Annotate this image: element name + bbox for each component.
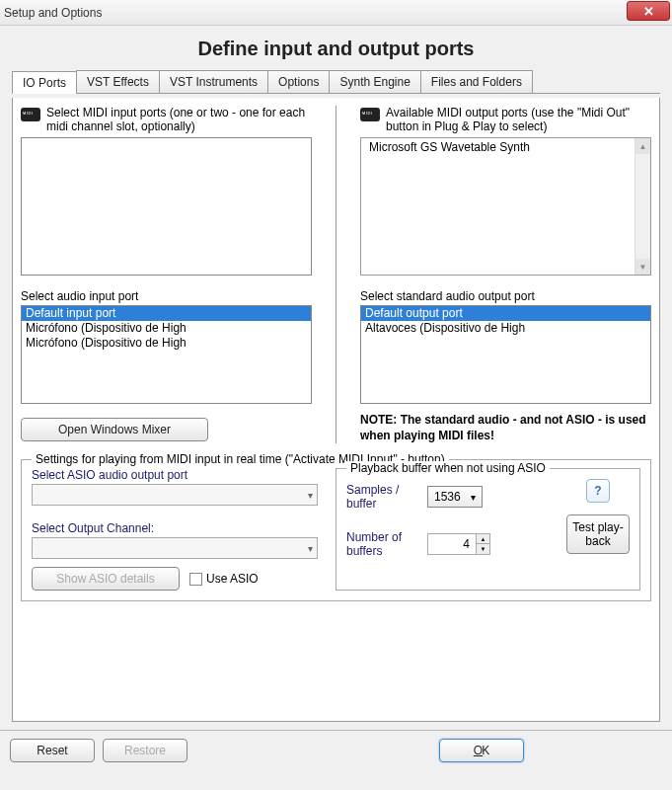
tab-bar: IO PortsVST EffectsVST InstrumentsOption… (12, 70, 660, 94)
column-divider (336, 106, 336, 443)
spin-down-icon[interactable]: ▼ (476, 544, 489, 554)
scroll-up-icon[interactable]: ▲ (635, 138, 650, 154)
close-icon[interactable]: ✕ (627, 1, 670, 21)
titlebar: Setup and Options ✕ (0, 0, 672, 26)
list-item[interactable]: Default input port (22, 306, 311, 321)
list-item[interactable]: Micrófono (Dispositivo de High (22, 336, 311, 351)
audio-input-list[interactable]: Default input portMicrófono (Dispositivo… (21, 305, 312, 404)
tab-options[interactable]: Options (267, 70, 330, 93)
ok-button[interactable]: OK (439, 739, 524, 762)
midi-out-icon (360, 108, 380, 121)
page-title: Define input and output ports (0, 26, 672, 70)
midi-in-icon (21, 108, 40, 121)
midi-output-label: Available MIDI output ports (use the "Mi… (386, 106, 651, 133)
midi-input-label: Select MIDI input ports (one or two - on… (46, 106, 312, 133)
open-mixer-button[interactable]: Open Windows Mixer (21, 418, 208, 441)
audio-input-label: Select audio input port (21, 289, 312, 303)
help-icon[interactable]: ? (586, 479, 610, 503)
output-channel-label: Select Output Channel: (32, 521, 318, 535)
window-title: Setup and Options (4, 6, 668, 20)
asio-port-label: Select ASIO audio output port (32, 468, 318, 482)
use-asio-checkbox[interactable]: Use ASIO (189, 572, 259, 586)
tab-synth-engine[interactable]: Synth Engine (329, 70, 420, 93)
midi-output-list[interactable]: Microsoft GS Wavetable Synth ▲ ▼ (360, 137, 651, 276)
list-item[interactable]: Altavoces (Dispositivo de High (361, 321, 650, 336)
restore-button[interactable]: Restore (103, 739, 187, 762)
list-item[interactable]: Microsoft GS Wavetable Synth (365, 140, 631, 155)
tab-io-ports[interactable]: IO Ports (12, 71, 77, 94)
show-asio-button[interactable]: Show ASIO details (32, 567, 180, 591)
tab-vst-effects[interactable]: VST Effects (76, 70, 160, 93)
midi-input-list[interactable] (21, 137, 312, 276)
note-text: NOTE: The standard audio - and not ASIO … (360, 412, 651, 443)
list-item[interactable]: Default output port (361, 306, 650, 321)
buffer-legend: Playback buffer when not using ASIO (346, 461, 550, 475)
realtime-fieldset: Settings for playing from MIDI input in … (21, 459, 651, 601)
samples-select[interactable]: 1536 (427, 486, 483, 508)
scrollbar[interactable]: ▲ ▼ (635, 138, 650, 275)
output-channel-combo[interactable] (32, 537, 318, 559)
tab-vst-instruments[interactable]: VST Instruments (159, 70, 268, 93)
audio-output-label: Select standard audio output port (360, 289, 651, 303)
use-asio-label: Use ASIO (206, 572, 259, 586)
num-buffers-label: Number of buffers (346, 530, 417, 558)
ok-text: K (482, 744, 489, 757)
bottom-bar: Reset Restore OK (0, 730, 672, 769)
test-playback-button[interactable]: Test play-back (566, 514, 630, 554)
list-item[interactable]: Micrófono (Dispositivo de High (22, 321, 311, 336)
samples-label: Samples / buffer (346, 483, 417, 511)
audio-output-list[interactable]: Default output portAltavoces (Dispositiv… (360, 305, 651, 404)
asio-port-combo[interactable] (32, 484, 318, 506)
tab-content: Select MIDI input ports (one or two - on… (12, 98, 660, 722)
num-buffers-spinner[interactable]: ▲▼ (427, 533, 490, 555)
tab-files-and-folders[interactable]: Files and Folders (420, 70, 533, 93)
spin-up-icon[interactable]: ▲ (476, 534, 489, 544)
scroll-down-icon[interactable]: ▼ (635, 259, 650, 275)
reset-button[interactable]: Reset (10, 739, 95, 762)
buffer-fieldset: Playback buffer when not using ASIO Samp… (336, 468, 640, 591)
